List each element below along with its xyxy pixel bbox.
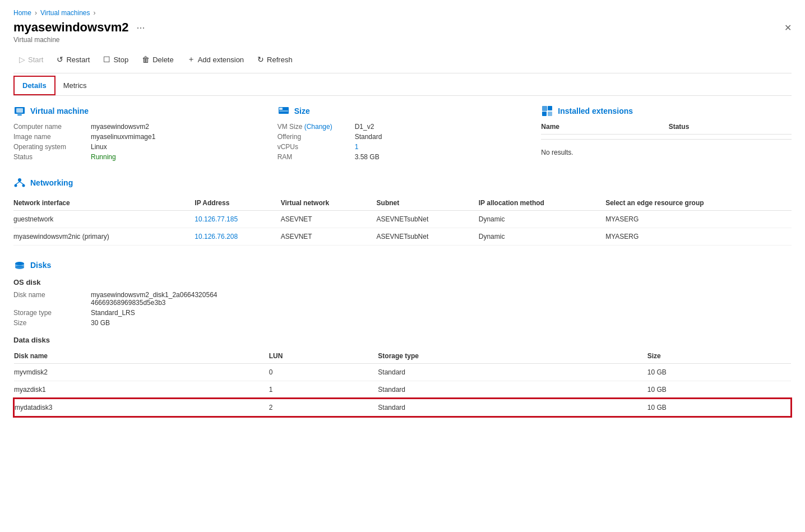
size-ram-row: RAM 3.58 GB bbox=[277, 153, 528, 161]
svg-line-14 bbox=[20, 182, 24, 184]
vm-os-label: Operating system bbox=[13, 143, 86, 151]
networking-section: Networking Network interface IP Address … bbox=[13, 177, 792, 246]
net-row2-ip[interactable]: 10.126.76.208 bbox=[195, 228, 280, 246]
toolbar: ▷ Start ↺ Restart ☐ Stop 🗑 Delete ＋ Add … bbox=[13, 52, 792, 73]
net-row2-vnet: ASEVNET bbox=[281, 228, 377, 246]
vm-os-row: Operating system Linux bbox=[13, 143, 264, 151]
vm-icon bbox=[13, 105, 26, 117]
table-row-highlighted: mydatadisk3 2 Standard 10 GB bbox=[14, 399, 791, 417]
networking-table-header-row: Network interface IP Address Virtual net… bbox=[13, 196, 792, 211]
vm-image-name-label: Image name bbox=[13, 133, 86, 141]
size-block-header: Size bbox=[277, 105, 528, 117]
details-tab-border: Details bbox=[13, 76, 55, 95]
size-vcpus-label: vCPUs bbox=[277, 143, 350, 151]
stop-button[interactable]: ☐ Stop bbox=[98, 52, 134, 67]
page-title: myasewindowsvm2 bbox=[13, 20, 128, 35]
refresh-button[interactable]: ↻ Refresh bbox=[252, 52, 298, 67]
disk-row3-size: 10 GB bbox=[647, 399, 791, 417]
breadcrumb-sep2: › bbox=[94, 9, 96, 17]
restart-icon: ↺ bbox=[57, 55, 63, 64]
data-disks-title: Data disks bbox=[13, 336, 792, 344]
os-disk-title: OS disk bbox=[13, 278, 792, 286]
net-row1-vnet: ASEVNET bbox=[281, 211, 377, 228]
ext-separator bbox=[541, 139, 792, 140]
vm-block: Virtual machine Computer name myasewindo… bbox=[13, 105, 264, 163]
svg-point-10 bbox=[18, 178, 21, 182]
disk-row3-storage: Standard bbox=[378, 399, 647, 417]
data-disks-header-row: Disk name LUN Storage type Size bbox=[14, 349, 791, 364]
svg-rect-6 bbox=[542, 106, 547, 111]
size-vmsize-value: D1_v2 bbox=[355, 123, 528, 131]
add-extension-button[interactable]: ＋ Add extension bbox=[182, 52, 249, 67]
extensions-section-title: Installed extensions bbox=[558, 107, 633, 115]
disks-icon bbox=[13, 259, 26, 271]
breadcrumb-home[interactable]: Home bbox=[13, 9, 31, 17]
extensions-block: Installed extensions Name Status No resu… bbox=[541, 105, 792, 163]
svg-rect-1 bbox=[16, 108, 23, 113]
data-disks-table: Disk name LUN Storage type Size myvmdisk… bbox=[13, 349, 792, 417]
breadcrumb: Home › Virtual machines › bbox=[13, 9, 792, 17]
info-columns: Virtual machine Computer name myasewindo… bbox=[13, 105, 792, 163]
more-options-button[interactable]: ··· bbox=[134, 22, 147, 34]
networking-table: Network interface IP Address Virtual net… bbox=[13, 196, 792, 246]
disk-name-row: Disk name myasewindowsvm2_disk1_2a066432… bbox=[13, 291, 792, 307]
storage-type-row: Storage type Standard_LRS bbox=[13, 309, 792, 317]
start-button[interactable]: ▷ Start bbox=[13, 52, 49, 67]
table-row: guestnetwork 10.126.77.185 ASEVNET ASEVN… bbox=[13, 211, 792, 228]
svg-line-13 bbox=[16, 182, 20, 184]
size-offering-label: Offering bbox=[277, 133, 350, 141]
refresh-icon: ↻ bbox=[257, 55, 264, 64]
svg-rect-4 bbox=[279, 108, 283, 110]
page-subtitle: Virtual machine bbox=[13, 36, 792, 44]
networking-section-title: Networking bbox=[30, 178, 73, 187]
delete-button[interactable]: 🗑 Delete bbox=[136, 52, 179, 67]
networking-header: Networking bbox=[13, 177, 792, 189]
size-vcpus-row: vCPUs 1 bbox=[277, 143, 528, 151]
size-ram-value: 3.58 GB bbox=[355, 153, 528, 161]
vm-computer-name-value: myasewindowsvm2 bbox=[91, 123, 264, 131]
disk-row2-storage: Standard bbox=[378, 381, 647, 399]
tab-metrics[interactable]: Metrics bbox=[55, 76, 95, 95]
disk-row3-lun: 2 bbox=[269, 399, 378, 417]
extensions-table-header: Name Status bbox=[541, 123, 792, 135]
size-block: Size VM Size (Change) D1_v2 Offering Sta… bbox=[277, 105, 528, 163]
ext-status-header: Status bbox=[669, 123, 792, 131]
svg-rect-5 bbox=[279, 110, 288, 112]
disks-section: Disks OS disk Disk name myasewindowsvm2_… bbox=[13, 259, 792, 417]
size-offering-value: Standard bbox=[355, 133, 528, 141]
breadcrumb-sep1: › bbox=[35, 9, 37, 17]
disk-row2-name: myazdisk1 bbox=[14, 381, 269, 399]
svg-rect-2 bbox=[17, 114, 22, 115]
size-ram-label: RAM bbox=[277, 153, 350, 161]
net-row1-ip[interactable]: 10.126.77.185 bbox=[195, 211, 280, 228]
disk-col-lun: LUN bbox=[269, 349, 378, 364]
disk-row1-lun: 0 bbox=[269, 364, 378, 381]
vm-computer-name-row: Computer name myasewindowsvm2 bbox=[13, 123, 264, 131]
start-icon: ▷ bbox=[19, 55, 25, 64]
disk-row1-storage: Standard bbox=[378, 364, 647, 381]
vm-image-name-row: Image name myaselinuxvmimage1 bbox=[13, 133, 264, 141]
ext-name-header: Name bbox=[541, 123, 664, 131]
os-disk-size-label: Size bbox=[13, 319, 86, 327]
restart-button[interactable]: ↺ Restart bbox=[51, 52, 95, 67]
disk-row2-size: 10 GB bbox=[647, 381, 791, 399]
net-row1-interface: guestnetwork bbox=[13, 211, 195, 228]
close-button[interactable]: ✕ bbox=[784, 22, 792, 33]
disk-row3-name: mydatadisk3 bbox=[14, 399, 269, 417]
size-vcpus-value[interactable]: 1 bbox=[355, 143, 528, 151]
storage-type-value: Standard_LRS bbox=[91, 309, 792, 317]
size-vmsize-label: VM Size (Change) bbox=[277, 123, 350, 131]
disk-col-storage: Storage type bbox=[378, 349, 647, 364]
svg-rect-9 bbox=[548, 112, 552, 116]
table-row: myazdisk1 1 Standard 10 GB bbox=[14, 381, 791, 399]
breadcrumb-vms[interactable]: Virtual machines bbox=[40, 9, 90, 17]
disk-row2-lun: 1 bbox=[269, 381, 378, 399]
net-row2-interface: myasewindowsvm2nic (primary) bbox=[13, 228, 195, 246]
tab-details[interactable]: Details bbox=[15, 77, 54, 94]
svg-rect-7 bbox=[548, 106, 552, 110]
net-row1-rg: MYASERG bbox=[605, 211, 792, 228]
storage-type-label: Storage type bbox=[13, 309, 86, 317]
net-col-subnet: Subnet bbox=[377, 196, 479, 211]
table-row: myvmdisk2 0 Standard 10 GB bbox=[14, 364, 791, 381]
delete-icon: 🗑 bbox=[142, 55, 150, 64]
